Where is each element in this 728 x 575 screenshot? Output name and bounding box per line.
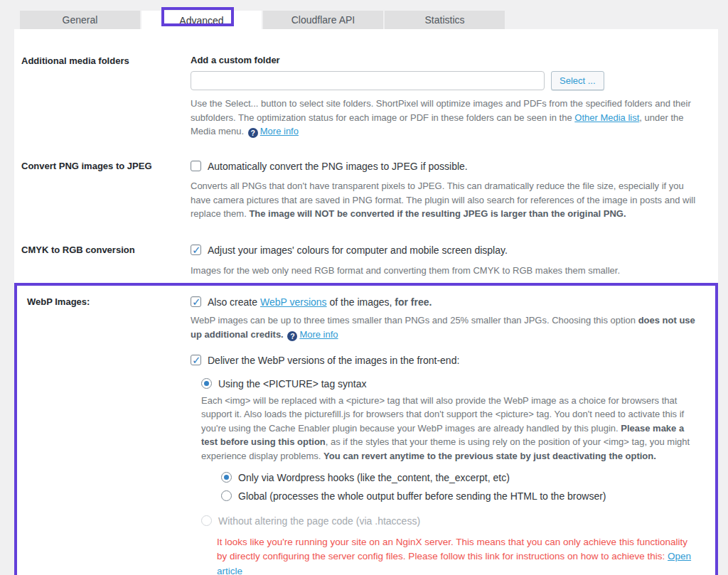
radio-label: Without altering the page code (via .hta… (218, 515, 420, 528)
webp-create-checkbox[interactable] (191, 296, 201, 307)
text-segment: WebP images can be up to three times sma… (191, 315, 638, 326)
text-segment: of the images, (327, 296, 395, 308)
radio-label: Using the <PICTURE> tag syntax (218, 377, 367, 391)
setting-description: Use the Select... button to select site … (191, 97, 700, 139)
checkbox-label: Also create WebP versions of the images,… (208, 296, 432, 309)
help-icon: ? (248, 128, 258, 138)
cmyk-checkbox[interactable] (191, 244, 201, 255)
tab-label: Cloudflare API (291, 14, 355, 26)
setting-label: WebP Images: (17, 296, 191, 575)
setting-label: CMYK to RGB conversion (14, 244, 191, 277)
setting-row-convert-png: Convert PNG images to JPEG Automatically… (14, 160, 718, 221)
custom-folder-heading: Add a custom folder (191, 55, 700, 65)
shortpixel-settings-page: General Advanced Cloudflare API Statisti… (0, 0, 728, 575)
setting-description: WebP images can be up to three times sma… (191, 313, 697, 341)
other-media-list-link[interactable]: Other Media list (574, 112, 639, 123)
radio-label: Only via Wordpress hooks (like the_conte… (238, 471, 510, 485)
text-segment: Also create (208, 296, 260, 308)
global-output-radio[interactable] (221, 490, 232, 501)
tab-general[interactable]: General (20, 11, 140, 29)
convert-png-checkbox[interactable] (191, 161, 201, 171)
setting-description: Converts all PNGs that don't have transp… (191, 179, 700, 221)
picture-tag-radio[interactable] (201, 378, 212, 389)
radio-label: Global (processes the whole output buffe… (238, 490, 606, 503)
tab-bar: General Advanced Cloudflare API Statisti… (20, 11, 505, 30)
text-segment: Images for the web only need RGB format … (191, 265, 620, 276)
tab-statistics[interactable]: Statistics (385, 11, 505, 29)
help-icon: ? (287, 331, 297, 341)
webp-versions-link[interactable]: WebP versions (260, 296, 327, 308)
setting-row-webp-images: WebP Images: Also create WebP versions o… (17, 296, 715, 575)
text-segment: The image will NOT be converted if the r… (249, 208, 626, 219)
tab-label: Statistics (424, 14, 464, 26)
tab-cloudflare-api[interactable]: Cloudflare API (263, 11, 383, 29)
setting-description: Images for the web only need RGB format … (191, 264, 700, 278)
webp-more-info-link[interactable]: More info (299, 329, 338, 340)
text-segment: Each <img> will be replaced with a <pict… (201, 395, 684, 434)
setting-row-additional-media-folders: Additional media folders Add a custom fo… (14, 55, 718, 139)
setting-label: Additional media folders (14, 55, 191, 139)
wordpress-hooks-radio[interactable] (221, 472, 232, 483)
setting-row-cmyk: CMYK to RGB conversion Adjust your image… (14, 244, 718, 277)
more-info-link[interactable]: More info (260, 126, 299, 136)
select-folder-button[interactable]: Select ... (551, 71, 604, 90)
tab-label: General (63, 14, 98, 26)
text-segment (284, 329, 287, 340)
checkbox-label: Deliver the WebP versions of the images … (208, 354, 459, 367)
text-segment: It looks like you're running your site o… (217, 537, 687, 561)
webp-images-section-highlight-box: WebP Images: Also create WebP versions o… (14, 283, 718, 575)
htaccess-radio (201, 515, 212, 526)
checkbox-label: Automatically convert the PNG images to … (208, 160, 468, 173)
text-segment: You can revert anytime to the previous s… (323, 451, 656, 461)
webp-deliver-checkbox[interactable] (191, 355, 201, 365)
settings-panel: Additional media folders Add a custom fo… (14, 29, 718, 575)
text-segment: for free. (395, 296, 432, 308)
advanced-tab-highlight-box (161, 7, 234, 26)
custom-folder-input[interactable] (191, 71, 545, 90)
setting-label: Convert PNG images to JPEG (14, 160, 191, 221)
setting-description: Each <img> will be replaced with a <pict… (201, 394, 697, 463)
checkbox-label: Adjust your images' colours for computer… (208, 244, 508, 257)
nginx-warning-message: It looks like you're running your site o… (217, 535, 697, 575)
